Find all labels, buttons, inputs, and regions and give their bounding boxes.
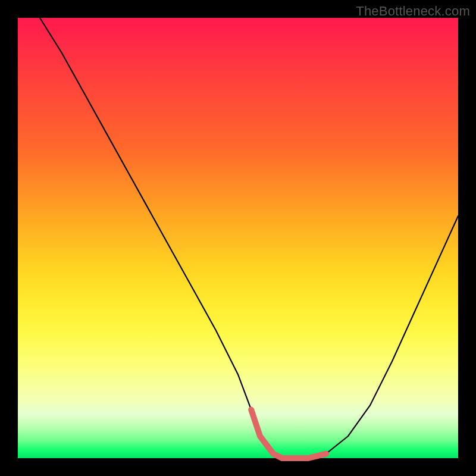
watermark-text: TheBottleneck.com <box>356 4 470 19</box>
plot-area <box>18 18 458 458</box>
chart-svg <box>18 18 458 458</box>
bottleneck-curve <box>40 18 458 458</box>
optimal-range-highlight <box>251 410 326 458</box>
chart-frame: TheBottleneck.com <box>0 0 476 476</box>
